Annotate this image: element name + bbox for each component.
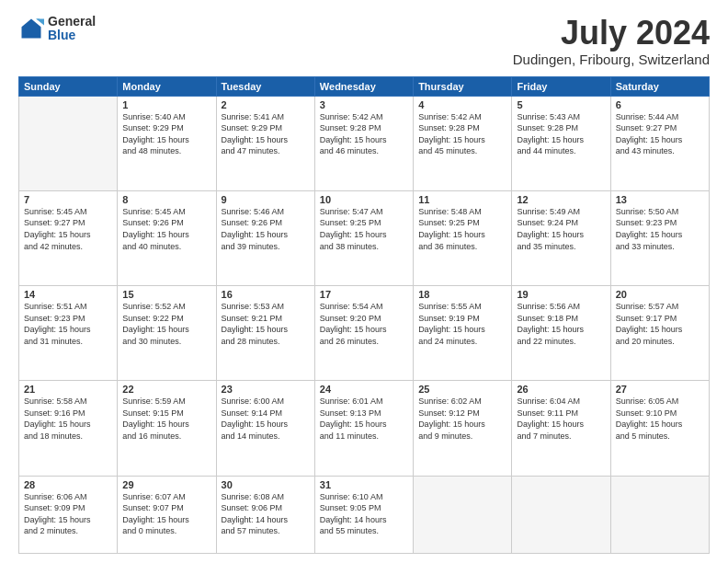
calendar-cell: 4Sunrise: 5:42 AM Sunset: 9:28 PM Daylig…: [414, 96, 512, 190]
logo-text: General Blue: [48, 15, 96, 43]
day-info: Sunrise: 5:47 AM Sunset: 9:25 PM Dayligh…: [320, 206, 408, 252]
day-number: 15: [122, 289, 210, 300]
day-info: Sunrise: 5:45 AM Sunset: 9:27 PM Dayligh…: [24, 206, 112, 252]
day-number: 16: [222, 289, 310, 300]
day-info: Sunrise: 5:44 AM Sunset: 9:27 PM Dayligh…: [616, 111, 704, 157]
day-info: Sunrise: 5:42 AM Sunset: 9:28 PM Dayligh…: [320, 111, 408, 157]
col-monday: Monday: [118, 76, 216, 96]
day-number: 26: [517, 384, 605, 395]
calendar-cell: 19Sunrise: 5:56 AM Sunset: 9:18 PM Dayli…: [512, 286, 610, 381]
day-number: 28: [24, 479, 112, 490]
title-area: July 2024 Dudingen, Fribourg, Switzerlan…: [513, 15, 710, 67]
day-number: 9: [222, 194, 310, 205]
calendar-cell: 28Sunrise: 6:06 AM Sunset: 9:09 PM Dayli…: [19, 476, 118, 553]
calendar-cell: 31Sunrise: 6:10 AM Sunset: 9:05 PM Dayli…: [314, 476, 413, 553]
month-title: July 2024: [513, 15, 710, 52]
calendar-cell: [512, 476, 610, 553]
day-info: Sunrise: 6:00 AM Sunset: 9:14 PM Dayligh…: [222, 396, 310, 442]
day-info: Sunrise: 6:06 AM Sunset: 9:09 PM Dayligh…: [24, 491, 112, 537]
day-number: 31: [320, 479, 408, 490]
week-row-5: 28Sunrise: 6:06 AM Sunset: 9:09 PM Dayli…: [19, 476, 710, 553]
day-info: Sunrise: 5:54 AM Sunset: 9:20 PM Dayligh…: [320, 301, 408, 347]
day-info: Sunrise: 5:43 AM Sunset: 9:28 PM Dayligh…: [517, 111, 605, 157]
calendar-cell: 13Sunrise: 5:50 AM Sunset: 9:23 PM Dayli…: [610, 190, 709, 285]
calendar-cell: 1Sunrise: 5:40 AM Sunset: 9:29 PM Daylig…: [118, 96, 216, 190]
day-info: Sunrise: 5:53 AM Sunset: 9:21 PM Dayligh…: [222, 301, 310, 347]
svg-marker-0: [22, 19, 41, 39]
col-saturday: Saturday: [610, 76, 709, 96]
calendar-cell: 14Sunrise: 5:51 AM Sunset: 9:23 PM Dayli…: [19, 286, 118, 381]
calendar-cell: 12Sunrise: 5:49 AM Sunset: 9:24 PM Dayli…: [512, 190, 610, 285]
day-info: Sunrise: 6:10 AM Sunset: 9:05 PM Dayligh…: [320, 491, 408, 537]
header-row: Sunday Monday Tuesday Wednesday Thursday…: [19, 76, 710, 96]
calendar-cell: 7Sunrise: 5:45 AM Sunset: 9:27 PM Daylig…: [19, 190, 118, 285]
day-info: Sunrise: 5:56 AM Sunset: 9:18 PM Dayligh…: [517, 301, 605, 347]
calendar-cell: [414, 476, 512, 553]
day-info: Sunrise: 5:48 AM Sunset: 9:25 PM Dayligh…: [418, 206, 506, 252]
calendar-cell: 6Sunrise: 5:44 AM Sunset: 9:27 PM Daylig…: [610, 96, 709, 190]
calendar-cell: [610, 476, 709, 553]
calendar-table: Sunday Monday Tuesday Wednesday Thursday…: [18, 76, 710, 554]
col-thursday: Thursday: [414, 76, 512, 96]
logo-blue: Blue: [48, 29, 96, 42]
day-number: 29: [122, 479, 210, 490]
day-number: 12: [517, 194, 605, 205]
week-row-1: 1Sunrise: 5:40 AM Sunset: 9:29 PM Daylig…: [19, 96, 710, 190]
day-number: 17: [320, 289, 408, 300]
day-info: Sunrise: 5:50 AM Sunset: 9:23 PM Dayligh…: [616, 206, 704, 252]
week-row-4: 21Sunrise: 5:58 AM Sunset: 9:16 PM Dayli…: [19, 381, 710, 476]
day-number: 22: [122, 384, 210, 395]
day-info: Sunrise: 5:57 AM Sunset: 9:17 PM Dayligh…: [616, 301, 704, 347]
day-number: 24: [320, 384, 408, 395]
day-number: 23: [222, 384, 310, 395]
day-info: Sunrise: 6:07 AM Sunset: 9:07 PM Dayligh…: [122, 491, 210, 537]
day-number: 1: [122, 99, 210, 110]
day-info: Sunrise: 5:49 AM Sunset: 9:24 PM Dayligh…: [517, 206, 605, 252]
calendar-cell: 18Sunrise: 5:55 AM Sunset: 9:19 PM Dayli…: [414, 286, 512, 381]
day-number: 2: [222, 99, 310, 110]
day-number: 27: [616, 384, 704, 395]
day-number: 25: [418, 384, 506, 395]
calendar-cell: 15Sunrise: 5:52 AM Sunset: 9:22 PM Dayli…: [118, 286, 216, 381]
calendar-cell: 22Sunrise: 5:59 AM Sunset: 9:15 PM Dayli…: [118, 381, 216, 476]
day-info: Sunrise: 5:46 AM Sunset: 9:26 PM Dayligh…: [222, 206, 310, 252]
day-number: 19: [517, 289, 605, 300]
calendar-cell: 16Sunrise: 5:53 AM Sunset: 9:21 PM Dayli…: [216, 286, 314, 381]
week-row-3: 14Sunrise: 5:51 AM Sunset: 9:23 PM Dayli…: [19, 286, 710, 381]
day-number: 7: [24, 194, 112, 205]
calendar-cell: 3Sunrise: 5:42 AM Sunset: 9:28 PM Daylig…: [314, 96, 413, 190]
calendar-cell: 26Sunrise: 6:04 AM Sunset: 9:11 PM Dayli…: [512, 381, 610, 476]
logo-icon: [18, 16, 44, 41]
day-number: 3: [320, 99, 408, 110]
calendar-cell: 11Sunrise: 5:48 AM Sunset: 9:25 PM Dayli…: [414, 190, 512, 285]
day-number: 21: [24, 384, 112, 395]
day-number: 6: [616, 99, 704, 110]
day-number: 5: [517, 99, 605, 110]
calendar-cell: 9Sunrise: 5:46 AM Sunset: 9:26 PM Daylig…: [216, 190, 314, 285]
day-number: 11: [418, 194, 506, 205]
day-info: Sunrise: 6:04 AM Sunset: 9:11 PM Dayligh…: [517, 396, 605, 442]
day-number: 13: [616, 194, 704, 205]
day-info: Sunrise: 5:52 AM Sunset: 9:22 PM Dayligh…: [122, 301, 210, 347]
day-info: Sunrise: 6:02 AM Sunset: 9:12 PM Dayligh…: [418, 396, 506, 442]
col-sunday: Sunday: [19, 76, 118, 96]
logo: General Blue: [18, 15, 96, 43]
day-info: Sunrise: 5:51 AM Sunset: 9:23 PM Dayligh…: [24, 301, 112, 347]
calendar-cell: 29Sunrise: 6:07 AM Sunset: 9:07 PM Dayli…: [118, 476, 216, 553]
calendar-cell: 25Sunrise: 6:02 AM Sunset: 9:12 PM Dayli…: [414, 381, 512, 476]
logo-general: General: [48, 15, 96, 29]
day-info: Sunrise: 5:41 AM Sunset: 9:29 PM Dayligh…: [222, 111, 310, 157]
calendar-cell: 30Sunrise: 6:08 AM Sunset: 9:06 PM Dayli…: [216, 476, 314, 553]
calendar-body: 1Sunrise: 5:40 AM Sunset: 9:29 PM Daylig…: [19, 96, 710, 553]
calendar-cell: 27Sunrise: 6:05 AM Sunset: 9:10 PM Dayli…: [610, 381, 709, 476]
calendar-cell: 21Sunrise: 5:58 AM Sunset: 9:16 PM Dayli…: [19, 381, 118, 476]
day-info: Sunrise: 6:01 AM Sunset: 9:13 PM Dayligh…: [320, 396, 408, 442]
day-info: Sunrise: 5:55 AM Sunset: 9:19 PM Dayligh…: [418, 301, 506, 347]
col-tuesday: Tuesday: [216, 76, 314, 96]
header: General Blue July 2024 Dudingen, Fribour…: [18, 15, 710, 67]
day-number: 4: [418, 99, 506, 110]
calendar-header: Sunday Monday Tuesday Wednesday Thursday…: [19, 76, 710, 96]
day-number: 14: [24, 289, 112, 300]
calendar-cell: 10Sunrise: 5:47 AM Sunset: 9:25 PM Dayli…: [314, 190, 413, 285]
calendar-cell: 17Sunrise: 5:54 AM Sunset: 9:20 PM Dayli…: [314, 286, 413, 381]
